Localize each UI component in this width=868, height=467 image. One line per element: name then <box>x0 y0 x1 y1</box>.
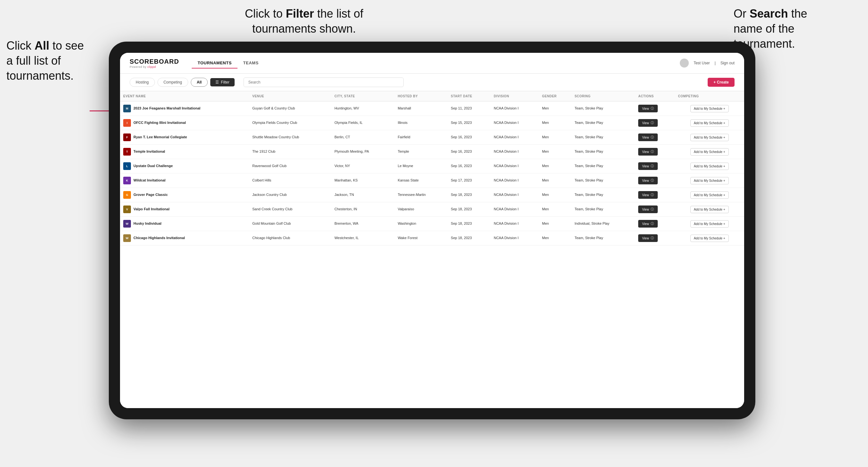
user-name: Test User <box>693 61 710 65</box>
cell-city-5: Manhattan, KS <box>331 174 395 188</box>
view-button-9[interactable]: View ⓘ <box>638 234 658 242</box>
cell-actions-9: View ⓘ <box>635 231 675 246</box>
view-button-0[interactable]: View ⓘ <box>638 105 658 112</box>
event-name-0: 2023 Joe Feaganes Marshall Invitational <box>133 106 200 111</box>
view-icon-1: ⓘ <box>651 121 654 125</box>
cell-venue-9: Chicago Highlands Club <box>249 231 331 246</box>
view-button-5[interactable]: View ⓘ <box>638 177 658 184</box>
team-logo-5: K <box>123 177 131 184</box>
table-body: M 2023 Joe Feaganes Marshall Invitationa… <box>120 101 744 246</box>
filter-button[interactable]: ☰ Filter <box>210 78 235 86</box>
nav-tab-teams[interactable]: TEAMS <box>238 58 265 68</box>
table-row: L Upstate Dual Challenge Ravenwood Golf … <box>120 159 744 174</box>
competing-tab[interactable]: Competing <box>157 78 188 87</box>
view-button-6[interactable]: View ⓘ <box>638 191 658 199</box>
view-button-2[interactable]: View ⓘ <box>638 133 658 141</box>
table-row: T Temple Invitational The 1912 Club Plym… <box>120 145 744 159</box>
tournaments-table: EVENT NAME VENUE CITY, STATE HOSTED BY S… <box>120 91 744 246</box>
col-start-date: START DATE <box>448 91 491 101</box>
cell-venue-8: Gold Mountain Golf Club <box>249 217 331 231</box>
cell-date-3: Sep 16, 2023 <box>448 145 491 159</box>
cell-actions-2: View ⓘ <box>635 130 675 145</box>
add-schedule-button-2[interactable]: Add to My Schedule + <box>690 134 729 141</box>
table-row: W Husky Individual Gold Mountain Golf Cl… <box>120 217 744 231</box>
view-button-8[interactable]: View ⓘ <box>638 220 658 227</box>
cell-hosted-7: Valparaiso <box>395 202 448 217</box>
cell-venue-2: Shuttle Meadow Country Club <box>249 130 331 145</box>
team-logo-7: V <box>123 206 131 213</box>
cell-hosted-8: Washington <box>395 217 448 231</box>
cell-gender-5: Men <box>539 174 571 188</box>
app-logo: SCOREBOARD <box>130 58 179 65</box>
cell-venue-4: Ravenwood Golf Club <box>249 159 331 174</box>
event-name-4: Upstate Dual Challenge <box>133 163 173 168</box>
cell-scoring-3: Team, Stroke Play <box>571 145 635 159</box>
add-schedule-button-3[interactable]: Add to My Schedule + <box>690 148 729 156</box>
add-schedule-button-1[interactable]: Add to My Schedule + <box>690 119 729 127</box>
cell-competing-2: Add to My Schedule + <box>675 130 744 145</box>
cell-scoring-6: Team, Stroke Play <box>571 188 635 202</box>
search-input[interactable] <box>244 77 404 87</box>
cell-city-7: Chesterton, IN <box>331 202 395 217</box>
cell-scoring-5: Team, Stroke Play <box>571 174 635 188</box>
add-schedule-button-9[interactable]: Add to My Schedule + <box>690 235 729 242</box>
event-name-5: Wildcat Invitational <box>133 178 165 183</box>
view-button-3[interactable]: View ⓘ <box>638 148 658 156</box>
hosting-tab[interactable]: Hosting <box>130 78 155 87</box>
view-button-7[interactable]: View ⓘ <box>638 206 658 213</box>
add-schedule-button-5[interactable]: Add to My Schedule + <box>690 177 729 184</box>
cell-division-5: NCAA Division I <box>491 174 539 188</box>
cell-competing-4: Add to My Schedule + <box>675 159 744 174</box>
filter-label: Filter <box>221 80 229 85</box>
cell-venue-3: The 1912 Club <box>249 145 331 159</box>
nav-tab-tournaments[interactable]: TOURNAMENTS <box>192 58 237 68</box>
view-button-4[interactable]: View ⓘ <box>638 162 658 170</box>
table-row: M 2023 Joe Feaganes Marshall Invitationa… <box>120 101 744 116</box>
cell-gender-2: Men <box>539 130 571 145</box>
cell-city-4: Victor, NY <box>331 159 395 174</box>
add-schedule-button-6[interactable]: Add to My Schedule + <box>690 191 729 199</box>
team-logo-6: G <box>123 191 131 199</box>
col-venue: VENUE <box>249 91 331 101</box>
table-row: K Wildcat Invitational Colbert Hills Man… <box>120 174 744 188</box>
table-header-row: EVENT NAME VENUE CITY, STATE HOSTED BY S… <box>120 91 744 101</box>
cell-city-1: Olympia Fields, IL <box>331 116 395 130</box>
team-logo-3: T <box>123 148 131 156</box>
cell-competing-5: Add to My Schedule + <box>675 174 744 188</box>
cell-city-8: Bremerton, WA <box>331 217 395 231</box>
cell-actions-7: View ⓘ <box>635 202 675 217</box>
view-button-1[interactable]: View ⓘ <box>638 119 658 127</box>
cell-division-9: NCAA Division I <box>491 231 539 246</box>
cell-gender-1: Men <box>539 116 571 130</box>
col-event-name: EVENT NAME <box>120 91 249 101</box>
cell-venue-1: Olympia Fields Country Club <box>249 116 331 130</box>
cell-city-3: Plymouth Meeting, PA <box>331 145 395 159</box>
cell-scoring-9: Team, Stroke Play <box>571 231 635 246</box>
cell-division-7: NCAA Division I <box>491 202 539 217</box>
view-icon-6: ⓘ <box>651 193 654 197</box>
cell-gender-3: Men <box>539 145 571 159</box>
all-tab[interactable]: All <box>191 78 208 87</box>
table-row: I OFCC Fighting Illini Invitational Olym… <box>120 116 744 130</box>
view-icon-9: ⓘ <box>651 236 654 240</box>
cell-date-5: Sep 17, 2023 <box>448 174 491 188</box>
cell-gender-8: Men <box>539 217 571 231</box>
team-logo-4: L <box>123 162 131 170</box>
cell-scoring-7: Team, Stroke Play <box>571 202 635 217</box>
cell-hosted-9: Wake Forest <box>395 231 448 246</box>
add-schedule-button-0[interactable]: Add to My Schedule + <box>690 105 729 112</box>
cell-event-name-1: I OFCC Fighting Illini Invitational <box>120 116 249 130</box>
add-schedule-button-7[interactable]: Add to My Schedule + <box>690 206 729 213</box>
cell-division-6: NCAA Division I <box>491 188 539 202</box>
cell-division-4: NCAA Division I <box>491 159 539 174</box>
cell-hosted-4: Le Moyne <box>395 159 448 174</box>
signout-link[interactable]: Sign out <box>720 61 735 65</box>
create-button[interactable]: + Create <box>708 78 735 87</box>
cell-hosted-0: Marshall <box>395 101 448 116</box>
tablet-screen: SCOREBOARD Powered by clippd TOURNAMENTS… <box>120 53 744 408</box>
cell-actions-3: View ⓘ <box>635 145 675 159</box>
add-schedule-button-4[interactable]: Add to My Schedule + <box>690 163 729 170</box>
cell-event-name-6: G Grover Page Classic <box>120 188 249 202</box>
add-schedule-button-8[interactable]: Add to My Schedule + <box>690 220 729 227</box>
cell-scoring-4: Team, Stroke Play <box>571 159 635 174</box>
